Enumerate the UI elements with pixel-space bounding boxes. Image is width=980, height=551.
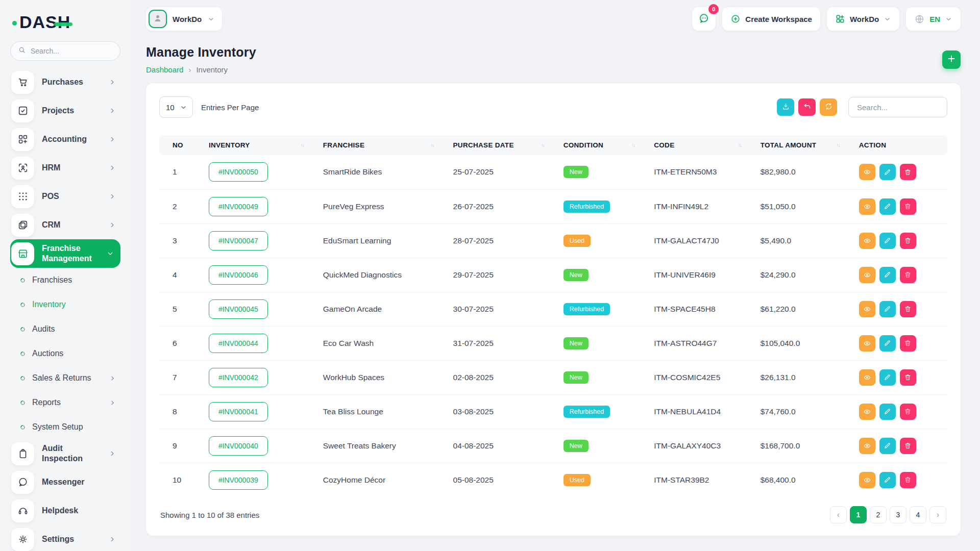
sidebar-item-accounting[interactable]: Accounting [10, 125, 120, 154]
export-button[interactable] [777, 98, 794, 116]
entries-per-page-select[interactable]: 10 [159, 96, 193, 118]
franchise-cell: Eco Car Wash [317, 326, 447, 360]
column-header-purchase-date[interactable]: PURCHASE DATE↑↓ [447, 135, 557, 155]
edit-button[interactable] [879, 198, 896, 215]
messages-button[interactable]: 0 [692, 7, 716, 31]
table-search-input[interactable] [848, 97, 947, 117]
delete-button[interactable] [900, 472, 916, 488]
column-header-condition[interactable]: CONDITION↑↓ [557, 135, 648, 155]
inventory-link[interactable]: #INV000040 [209, 436, 268, 456]
inventory-link[interactable]: #INV000039 [209, 470, 268, 490]
sidebar-subitem-sales-returns[interactable]: Sales & Returns [10, 366, 120, 390]
sidebar-item-projects[interactable]: Projects [10, 96, 120, 125]
inventory-link[interactable]: #INV000042 [209, 368, 268, 387]
condition-badge: Used [564, 474, 591, 486]
sidebar-subitem-reports[interactable]: Reports [10, 390, 120, 415]
add-inventory-button[interactable] [942, 51, 961, 69]
inventory-link[interactable]: #INV000044 [209, 334, 268, 353]
total-amount-cell: $5,490.0 [754, 223, 853, 258]
sort-icon[interactable]: ↑↓ [431, 142, 441, 148]
view-button[interactable] [859, 404, 875, 420]
sidebar-item-messenger[interactable]: Messenger [10, 468, 120, 496]
edit-button[interactable] [879, 233, 896, 249]
column-header-inventory[interactable]: INVENTORY↑↓ [203, 135, 317, 155]
workdo-menu-button[interactable]: WorkDo [827, 7, 899, 31]
sort-icon[interactable]: ↑↓ [738, 142, 748, 148]
sidebar-item-crm[interactable]: CRM [10, 211, 120, 239]
trash-icon [904, 373, 912, 381]
delete-button[interactable] [900, 438, 916, 454]
breadcrumb: Dashboard › Inventory [146, 65, 256, 74]
sort-icon[interactable]: ↑↓ [837, 142, 847, 148]
sort-icon[interactable]: ↑↓ [301, 142, 311, 148]
workspace-switcher[interactable]: WorkDo [146, 7, 222, 31]
pagination-prev-button[interactable]: ‹ [830, 506, 847, 523]
delete-button[interactable] [900, 267, 916, 283]
pagination-next-button[interactable]: › [929, 506, 946, 523]
view-button[interactable] [859, 369, 875, 386]
view-button[interactable] [859, 233, 875, 249]
inventory-link[interactable]: #INV000049 [209, 197, 268, 216]
sidebar-item-pos[interactable]: POS [10, 182, 120, 211]
view-button[interactable] [859, 164, 875, 180]
dots-grid-icon [17, 191, 29, 202]
sidebar-item-hrm[interactable]: HRM [10, 154, 120, 182]
sidebar-item-franchise-management[interactable]: Franchise Management [10, 239, 120, 268]
sidebar-item-purchases[interactable]: Purchases [10, 68, 120, 96]
column-header-code[interactable]: CODE↑↓ [648, 135, 754, 155]
undo-button[interactable] [798, 98, 816, 116]
sidebar-subitem-audits[interactable]: Audits [10, 317, 120, 341]
edit-button[interactable] [879, 267, 896, 283]
edit-button[interactable] [879, 335, 896, 352]
edit-button[interactable] [879, 472, 896, 488]
row-number: 4 [159, 258, 203, 292]
language-button[interactable]: EN [906, 7, 961, 31]
pagination-page-1[interactable]: 1 [850, 506, 867, 523]
view-button[interactable] [859, 198, 875, 215]
edit-button[interactable] [879, 301, 896, 317]
sidebar-subitem-system-setup[interactable]: System Setup [10, 415, 120, 439]
delete-button[interactable] [900, 164, 916, 180]
app-logo[interactable]: DASH [10, 7, 120, 40]
breadcrumb-dashboard-link[interactable]: Dashboard [146, 65, 183, 74]
sidebar-item-helpdesk[interactable]: Helpdesk [10, 496, 120, 525]
donut-icon [19, 375, 26, 382]
delete-button[interactable] [900, 233, 916, 249]
sidebar-subitem-auctions[interactable]: Auctions [10, 341, 120, 366]
view-button[interactable] [859, 267, 875, 283]
create-workspace-button[interactable]: Create Workspace [722, 7, 820, 31]
pagination-page-3[interactable]: 3 [890, 506, 906, 523]
inventory-link[interactable]: #INV000050 [209, 162, 268, 182]
pagination-page-4[interactable]: 4 [910, 506, 926, 523]
view-button[interactable] [859, 472, 875, 488]
sidebar-search[interactable] [10, 41, 120, 61]
inventory-link[interactable]: #INV000047 [209, 231, 268, 251]
sidebar-subitem-inventory[interactable]: Inventory [10, 292, 120, 317]
delete-button[interactable] [900, 301, 916, 317]
chevron-down-icon [945, 15, 952, 23]
edit-button[interactable] [879, 404, 896, 420]
delete-button[interactable] [900, 198, 916, 215]
view-button[interactable] [859, 438, 875, 454]
sidebar-search-input[interactable] [31, 47, 113, 55]
view-button[interactable] [859, 301, 875, 317]
inventory-link[interactable]: #INV000041 [209, 402, 268, 421]
inventory-link[interactable]: #INV000046 [209, 265, 268, 285]
view-button[interactable] [859, 335, 875, 352]
sidebar-item-settings[interactable]: Settings [10, 525, 120, 551]
delete-button[interactable] [900, 404, 916, 420]
inventory-link[interactable]: #INV000045 [209, 299, 268, 319]
edit-button[interactable] [879, 369, 896, 386]
sort-icon[interactable]: ↑↓ [541, 142, 551, 148]
refresh-button[interactable] [820, 98, 837, 116]
column-header-total-amount[interactable]: TOTAL AMOUNT↑↓ [754, 135, 853, 155]
sidebar-item-audit-inspection[interactable]: Audit Inspection [10, 439, 120, 468]
delete-button[interactable] [900, 369, 916, 386]
pagination-page-2[interactable]: 2 [870, 506, 887, 523]
sidebar-subitem-franchises[interactable]: Franchises [10, 268, 120, 292]
edit-button[interactable] [879, 164, 896, 180]
delete-button[interactable] [900, 335, 916, 352]
column-header-franchise[interactable]: FRANCHISE↑↓ [317, 135, 447, 155]
sort-icon[interactable]: ↑↓ [631, 142, 642, 148]
edit-button[interactable] [879, 438, 896, 454]
